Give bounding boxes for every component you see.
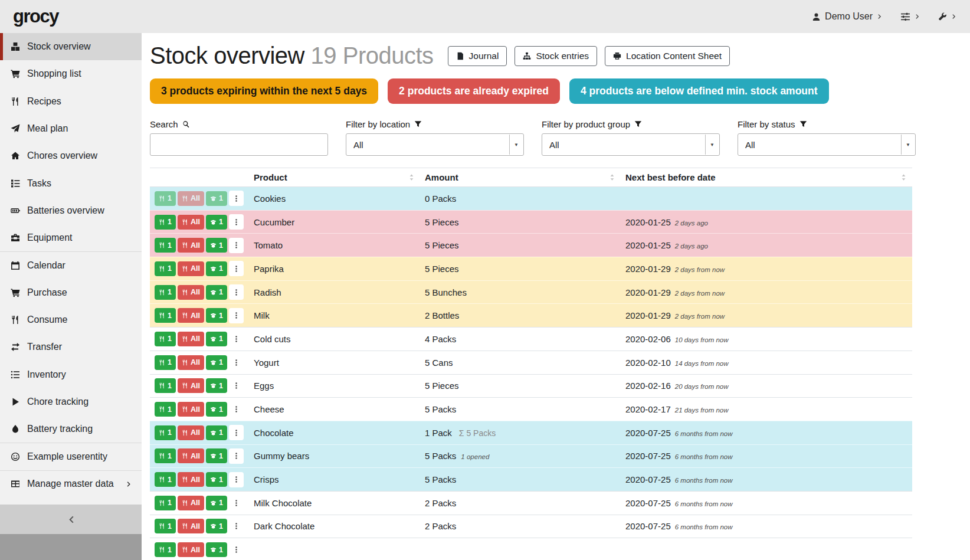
consume-all-button[interactable]: All bbox=[178, 496, 204, 510]
consume-one-button[interactable]: 1 bbox=[155, 448, 176, 463]
row-menu-button[interactable] bbox=[229, 448, 244, 464]
sidebar-item-inventory[interactable]: Inventory bbox=[0, 361, 142, 388]
open-one-button[interactable]: 1 bbox=[206, 542, 227, 557]
expired-banner[interactable]: 2 products are already expired bbox=[388, 78, 560, 104]
search-input[interactable] bbox=[150, 133, 328, 156]
row-menu-button[interactable] bbox=[229, 238, 244, 253]
sidebar-item-consume[interactable]: Consume bbox=[0, 306, 142, 333]
app-logo[interactable]: grocy bbox=[13, 6, 58, 27]
row-menu-button[interactable] bbox=[229, 495, 244, 510]
user-menu[interactable]: Demo User bbox=[812, 11, 883, 22]
open-one-button[interactable]: 1 bbox=[206, 472, 227, 487]
row-menu-button[interactable] bbox=[229, 214, 244, 230]
consume-all-button[interactable]: All bbox=[178, 378, 204, 393]
sidebar-item-battery-tracking[interactable]: Battery tracking bbox=[0, 415, 142, 443]
filter-by-product-group-select[interactable]: All▼ bbox=[542, 133, 720, 156]
open-one-button[interactable]: 1 bbox=[206, 261, 227, 276]
consume-one-button[interactable]: 1 bbox=[155, 378, 176, 393]
consume-all-button[interactable]: All bbox=[178, 542, 204, 557]
sidebar-item-purchase[interactable]: Purchase bbox=[0, 279, 142, 306]
consume-one-button[interactable]: 1 bbox=[155, 496, 176, 510]
journal-button[interactable]: Journal bbox=[448, 46, 507, 66]
row-menu-button[interactable] bbox=[229, 378, 244, 394]
row-menu-button[interactable] bbox=[229, 261, 244, 276]
location-content-sheet-button[interactable]: Location Content Sheet bbox=[605, 46, 730, 66]
sidebar-item-recipes[interactable]: Recipes bbox=[0, 88, 142, 115]
open-one-button[interactable]: 1 bbox=[206, 425, 227, 440]
filter-by-location-select[interactable]: All▼ bbox=[346, 133, 524, 156]
open-one-button[interactable]: 1 bbox=[206, 402, 227, 417]
expiring-banner[interactable]: 3 products expiring within the next 5 da… bbox=[150, 78, 378, 104]
consume-one-button[interactable]: 1 bbox=[155, 542, 176, 557]
sidebar-item-shopping-list[interactable]: Shopping list bbox=[0, 60, 142, 87]
consume-all-button[interactable]: All bbox=[178, 261, 204, 276]
consume-one-button[interactable]: 1 bbox=[155, 472, 176, 487]
consume-all-button[interactable]: All bbox=[178, 215, 204, 230]
consume-all-button[interactable]: All bbox=[178, 191, 204, 206]
consume-all-button[interactable]: All bbox=[178, 472, 204, 487]
open-one-button[interactable]: 1 bbox=[206, 215, 227, 230]
consume-one-button[interactable]: 1 bbox=[155, 191, 176, 206]
consume-all-button[interactable]: All bbox=[178, 355, 204, 370]
sort-icon[interactable] bbox=[900, 173, 907, 181]
consume-all-button[interactable]: All bbox=[178, 402, 204, 417]
open-one-button[interactable]: 1 bbox=[206, 496, 227, 510]
consume-all-button[interactable]: All bbox=[178, 425, 204, 440]
consume-one-button[interactable]: 1 bbox=[155, 285, 176, 300]
open-one-button[interactable]: 1 bbox=[206, 519, 227, 533]
settings-menu[interactable] bbox=[900, 12, 920, 22]
sidebar-item-chore-tracking[interactable]: Chore tracking bbox=[0, 388, 142, 415]
consume-one-button[interactable]: 1 bbox=[155, 519, 176, 533]
column-header-product[interactable]: Product bbox=[249, 168, 420, 187]
consume-one-button[interactable]: 1 bbox=[155, 238, 176, 253]
row-menu-button[interactable] bbox=[229, 402, 244, 417]
consume-one-button[interactable]: 1 bbox=[155, 332, 176, 346]
consume-all-button[interactable]: All bbox=[178, 519, 204, 533]
column-header-next-best-before-date[interactable]: Next best before date bbox=[621, 168, 912, 187]
open-one-button[interactable]: 1 bbox=[206, 355, 227, 370]
row-menu-button[interactable] bbox=[229, 542, 244, 558]
sidebar-item-example-userentity[interactable]: Example userentity bbox=[0, 443, 142, 470]
sidebar-item-meal-plan[interactable]: Meal plan bbox=[0, 115, 142, 142]
column-header-amount[interactable]: Amount bbox=[420, 168, 621, 187]
sidebar-item-chores-overview[interactable]: Chores overview bbox=[0, 142, 142, 169]
consume-all-button[interactable]: All bbox=[178, 308, 204, 323]
sidebar-item-tasks[interactable]: Tasks bbox=[0, 169, 142, 197]
sidebar-item-equipment[interactable]: Equipment bbox=[0, 224, 142, 251]
below-min-stock-banner[interactable]: 4 products are below defined min. stock … bbox=[569, 78, 829, 104]
open-one-button[interactable]: 1 bbox=[206, 308, 227, 323]
admin-menu[interactable] bbox=[938, 12, 957, 21]
filter-by-status-select[interactable]: All▼ bbox=[738, 133, 916, 156]
consume-one-button[interactable]: 1 bbox=[155, 425, 176, 440]
consume-one-button[interactable]: 1 bbox=[155, 261, 176, 276]
consume-one-button[interactable]: 1 bbox=[155, 402, 176, 417]
row-menu-button[interactable] bbox=[229, 331, 244, 346]
open-one-button[interactable]: 1 bbox=[206, 285, 227, 300]
sidebar-item-stock-overview[interactable]: Stock overview bbox=[0, 33, 142, 60]
consume-all-button[interactable]: All bbox=[178, 448, 204, 463]
open-one-button[interactable]: 1 bbox=[206, 191, 227, 206]
sidebar-item-calendar[interactable]: Calendar bbox=[0, 251, 142, 279]
row-menu-button[interactable] bbox=[229, 191, 244, 206]
row-menu-button[interactable] bbox=[229, 308, 244, 323]
row-menu-button[interactable] bbox=[229, 355, 244, 370]
consume-one-button[interactable]: 1 bbox=[155, 308, 176, 323]
consume-one-button[interactable]: 1 bbox=[155, 355, 176, 370]
consume-all-button[interactable]: All bbox=[178, 332, 204, 346]
sort-icon[interactable] bbox=[608, 173, 616, 181]
consume-all-button[interactable]: All bbox=[178, 238, 204, 253]
sort-icon[interactable] bbox=[408, 173, 415, 181]
sidebar-item-manage-master-data[interactable]: Manage master data bbox=[0, 470, 142, 497]
row-menu-button[interactable] bbox=[229, 284, 244, 300]
open-one-button[interactable]: 1 bbox=[206, 448, 227, 463]
stock-entries-button[interactable]: Stock entries bbox=[515, 46, 597, 66]
row-menu-button[interactable] bbox=[229, 519, 244, 534]
open-one-button[interactable]: 1 bbox=[206, 378, 227, 393]
row-menu-button[interactable] bbox=[229, 425, 244, 440]
open-one-button[interactable]: 1 bbox=[206, 238, 227, 253]
consume-one-button[interactable]: 1 bbox=[155, 215, 176, 230]
sidebar-item-batteries-overview[interactable]: Batteries overview bbox=[0, 197, 142, 224]
sidebar-collapse-button[interactable] bbox=[0, 505, 142, 534]
sidebar-item-transfer[interactable]: Transfer bbox=[0, 333, 142, 361]
row-menu-button[interactable] bbox=[229, 472, 244, 487]
